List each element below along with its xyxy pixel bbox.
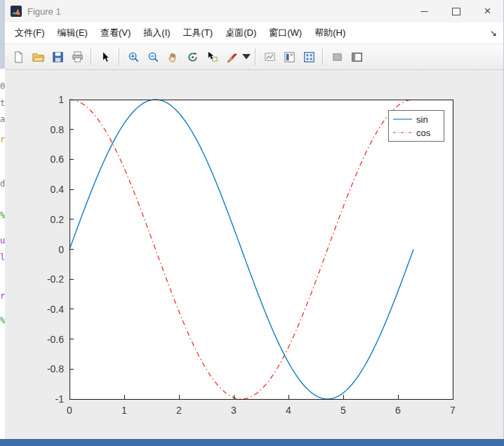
svg-text:0: 0 [58,244,64,255]
show-plot-tools-button[interactable] [347,48,366,66]
close-button[interactable]: × [472,0,503,22]
code-fragment: % [0,316,5,325]
titlebar[interactable]: Figure 1 ─ × [5,0,503,22]
toolbar-separator [119,48,120,65]
svg-text:0: 0 [67,405,72,416]
code-fragment: r [0,291,5,301]
open-file-button[interactable] [29,48,47,66]
show-plot-tools-icon [350,50,364,64]
hide-plot-tools-icon [331,50,344,64]
svg-text:0.8: 0.8 [51,124,65,135]
hide-plot-tools-button[interactable] [328,48,346,66]
background-window-top [0,0,5,69]
code-fragment: % [0,210,5,220]
insert-colorbar-icon [283,50,296,64]
open-folder-icon [32,50,45,64]
dock-arrow-icon[interactable]: ↘ [490,28,497,38]
close-icon: × [484,4,491,18]
menu-view[interactable]: 查看(V) [94,22,137,43]
background-bottom-band [0,439,504,446]
new-figure-icon [12,50,25,64]
background-window-strip: 0tard%ulr% [0,0,5,439]
printer-icon [71,50,84,64]
toolbar-separator [91,48,92,65]
minimize-button[interactable]: ─ [409,0,440,22]
zoom-in-icon [127,50,140,64]
pointer-icon [99,50,112,64]
svg-text:3: 3 [231,405,237,416]
svg-text:0.4: 0.4 [51,184,65,195]
svg-text:1: 1 [121,405,127,416]
code-fragment: a [0,114,5,124]
brush-icon [225,50,239,64]
code-fragment: u [0,236,5,245]
toolbar-separator [322,48,324,65]
svg-text:4: 4 [286,405,291,416]
menu-desktop[interactable]: 桌面(D) [219,22,263,43]
code-fragment: r [0,135,5,144]
svg-text:1: 1 [58,94,64,105]
save-icon [51,50,65,64]
window-title: Figure 1 [27,6,61,17]
svg-text:7: 7 [450,405,456,416]
legend-label-sin: sin [416,114,428,125]
screen: 0tard%ulr% Figure 1 ─ × 文件(F) 编辑(E) [0,0,504,446]
data-cursor-icon [206,50,219,64]
menu-edit[interactable]: 编辑(E) [51,22,94,43]
menu-file[interactable]: 文件(F) [8,22,51,43]
menu-window[interactable]: 窗口(W) [263,22,308,43]
svg-text:-0.8: -0.8 [47,363,64,374]
menu-tools[interactable]: 工具(T) [177,22,220,43]
legend-label-cos: cos [416,128,431,138]
code-fragment: d [0,179,5,189]
maximize-button[interactable] [440,0,472,22]
rotate-3d-button[interactable] [183,48,201,66]
plot-axes[interactable]: 01234567-1-0.8-0.6-0.4-0.200.20.40.60.81… [5,70,504,440]
svg-text:-0.6: -0.6 [47,334,64,345]
svg-text:0.2: 0.2 [51,214,65,225]
link-plot-icon [263,50,277,64]
menubar: 文件(F) 编辑(E) 查看(V) 插入(I) 工具(T) 桌面(D) 窗口(W… [5,22,503,44]
code-fragment: t [0,98,5,108]
zoom-out-button[interactable] [144,48,162,66]
new-figure-button[interactable] [9,48,27,66]
zoom-in-button[interactable] [124,48,142,66]
insert-legend-icon [303,50,316,64]
insert-legend-button[interactable] [300,48,318,66]
svg-text:6: 6 [395,405,401,416]
link-plot-button[interactable] [260,48,279,66]
print-figure-button[interactable] [68,48,86,66]
matlab-figure-icon [11,6,22,17]
hand-pan-icon [166,50,180,64]
edit-plot-pointer-button[interactable] [96,48,114,66]
menu-insert[interactable]: 插入(I) [137,22,176,43]
svg-text:0.6: 0.6 [51,154,65,165]
brush-dropdown-button[interactable] [242,48,251,66]
figure-toolbar [5,44,503,70]
menu-help[interactable]: 帮助(H) [308,22,352,43]
maximize-icon [452,8,460,15]
code-fragment: l [0,252,5,262]
figure-canvas-area: 01234567-1-0.8-0.6-0.4-0.200.20.40.60.81… [5,70,503,440]
brush-data-button[interactable] [223,48,241,66]
svg-text:-0.4: -0.4 [47,304,64,315]
svg-text:5: 5 [340,405,346,416]
code-fragment: 0 [0,81,5,91]
figure-window: Figure 1 ─ × 文件(F) 编辑(E) 查看(V) 插入(I) 工具(… [5,0,504,439]
caret-down-icon [242,50,251,64]
svg-text:2: 2 [176,405,182,416]
toolbar-separator [255,48,256,65]
svg-text:-0.2: -0.2 [47,273,64,285]
rotate-3d-icon [186,50,199,64]
svg-text:-1: -1 [55,393,65,405]
window-controls: ─ × [409,0,503,22]
pan-button[interactable] [164,48,182,66]
data-cursor-button[interactable] [203,48,221,66]
insert-colorbar-button[interactable] [280,48,298,66]
save-figure-button[interactable] [48,48,67,66]
minimize-icon: ─ [421,6,428,17]
zoom-out-icon [147,50,160,64]
